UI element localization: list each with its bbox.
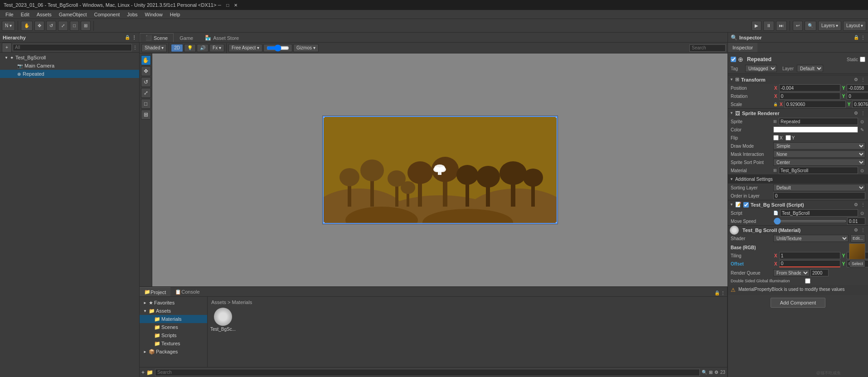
- create-icon[interactable]: +: [141, 369, 145, 376]
- play-button[interactable]: ▶: [752, 21, 761, 31]
- static-checkbox[interactable]: [860, 57, 865, 62]
- sprite-renderer-header[interactable]: ▼ 🖼 Sprite Renderer ⚙ ⋮: [728, 108, 868, 117]
- rect-tool-btn[interactable]: □: [141, 99, 151, 109]
- selection-handle-tr[interactable]: [556, 116, 558, 118]
- hierarchy-menu-icon[interactable]: ⋮: [132, 35, 136, 40]
- proj-packages[interactable]: ► 📦 Packages: [140, 348, 207, 356]
- shading-mode-dropdown[interactable]: Shaded ▾: [141, 44, 167, 52]
- 2d-toggle[interactable]: 2D: [171, 44, 183, 52]
- lighting-toggle[interactable]: 💡: [184, 44, 196, 52]
- proj-favorites[interactable]: ► ★ Favorites: [140, 299, 207, 307]
- additional-settings-header[interactable]: ▼ Additional Settings: [728, 174, 868, 184]
- script-value-input[interactable]: [780, 209, 858, 217]
- scale-x-input[interactable]: [785, 101, 846, 108]
- menu-gameobject[interactable]: GameObject: [55, 11, 91, 18]
- transform-settings-btn[interactable]: ⚙: [853, 77, 859, 83]
- render-queue-source-select[interactable]: From Shader: [773, 269, 810, 276]
- menu-component[interactable]: Component: [90, 11, 123, 18]
- hand-tool-btn[interactable]: ✋: [141, 55, 151, 65]
- proj-scenes[interactable]: 📁 Scenes: [140, 323, 207, 331]
- transform-tool-combined[interactable]: ⊞: [81, 21, 91, 31]
- proj-scripts[interactable]: 📁 Scripts: [140, 331, 207, 339]
- proj-assets[interactable]: ▼ 📁 Assets: [140, 307, 207, 315]
- inspector-menu-icon[interactable]: ⋮: [861, 35, 865, 40]
- project-menu-icon[interactable]: ⋮: [721, 290, 725, 295]
- project-lock-icon[interactable]: 🔒: [714, 290, 720, 295]
- layer-select[interactable]: Default: [797, 65, 823, 72]
- menu-edit[interactable]: Edit: [17, 11, 33, 18]
- menu-assets[interactable]: Assets: [33, 11, 55, 18]
- audio-toggle[interactable]: 🔊: [197, 44, 209, 52]
- rotation-x-input[interactable]: [779, 92, 840, 100]
- material-comp-settings-btn[interactable]: ⚙: [853, 227, 859, 233]
- effects-dropdown[interactable]: Fx ▾: [209, 44, 224, 52]
- color-swatch[interactable]: [773, 126, 858, 133]
- sprite-value-input[interactable]: [779, 118, 858, 125]
- aspect-dropdown[interactable]: Free Aspect ▾: [228, 44, 262, 52]
- object-active-checkbox[interactable]: [731, 57, 736, 62]
- gizmos-dropdown[interactable]: Gizmos ▾: [293, 44, 319, 52]
- rotate-tool-btn[interactable]: ↺: [141, 77, 151, 87]
- project-search-input[interactable]: [155, 369, 700, 376]
- search-btn[interactable]: 🔍: [805, 21, 816, 31]
- mask-interaction-select[interactable]: None: [773, 150, 865, 158]
- undo-history-btn[interactable]: ↩: [793, 21, 803, 31]
- transform-tool-move[interactable]: ✥: [34, 21, 44, 31]
- pivot-toggle[interactable]: N ▾: [2, 21, 15, 31]
- flip-y-checkbox[interactable]: [786, 135, 791, 140]
- minimize-button[interactable]: ─: [216, 2, 223, 8]
- tab-console[interactable]: 📋 Console: [170, 287, 204, 296]
- scene-viewport[interactable]: [152, 53, 727, 286]
- transform-comp-header[interactable]: ▼ ⊞ Transform ⚙ ⋮: [728, 75, 868, 84]
- step-button[interactable]: ⏭: [776, 21, 787, 31]
- tab-inspector[interactable]: Inspector: [728, 43, 757, 52]
- double-sided-gi-checkbox[interactable]: [805, 278, 810, 284]
- tab-game[interactable]: Game: [174, 33, 199, 42]
- move-tool-btn[interactable]: ✥: [141, 66, 151, 76]
- move-speed-slider[interactable]: [773, 220, 846, 222]
- tab-project[interactable]: 📁 Project: [140, 287, 170, 296]
- hierarchy-lock-icon[interactable]: 🔒: [125, 35, 130, 40]
- script-settings-btn[interactable]: ⚙: [853, 202, 859, 208]
- hierarchy-options-icon[interactable]: ⋮: [133, 45, 137, 50]
- transform-tool-rotate[interactable]: ↺: [46, 21, 56, 31]
- color-picker-btn[interactable]: ✎: [859, 126, 865, 133]
- selection-handle-bl[interactable]: [322, 222, 325, 224]
- transform-tool-btn[interactable]: ⊞: [141, 110, 151, 120]
- tab-scene[interactable]: ⬛ Scene: [140, 33, 174, 42]
- layout-dropdown[interactable]: Layout ▾: [843, 21, 866, 31]
- tab-asset-store[interactable]: 🏪 Asset Store: [199, 33, 245, 42]
- tag-select[interactable]: Untagged: [745, 65, 777, 72]
- material-comp-header[interactable]: Test_Bg Scroll (Material) ⚙ ⋮: [728, 225, 868, 234]
- move-speed-input[interactable]: [847, 218, 865, 225]
- sprite-select-btn[interactable]: ⊙: [859, 118, 865, 125]
- hierarchy-item-repeated[interactable]: ⊕ Repeated: [0, 70, 139, 78]
- selection-handle-br[interactable]: [556, 222, 558, 224]
- hierarchy-search-input[interactable]: [13, 44, 132, 51]
- folder-icon[interactable]: 📁: [146, 369, 153, 376]
- rotation-y-input[interactable]: [847, 92, 868, 100]
- script-select-btn[interactable]: ⊙: [859, 210, 865, 216]
- filter-icon[interactable]: ⊞: [709, 370, 713, 375]
- select-texture-btn[interactable]: Select: [849, 260, 865, 268]
- file-item-test-bgscroll[interactable]: Test_BgSc...: [209, 308, 237, 332]
- layers-dropdown[interactable]: Layers ▾: [818, 21, 841, 31]
- hierarchy-item-main-camera[interactable]: 📷 Main Camera: [0, 62, 139, 70]
- flip-x-checkbox[interactable]: [773, 135, 779, 140]
- scale-slider[interactable]: [267, 45, 289, 51]
- sprite-sort-point-select[interactable]: Center: [773, 159, 865, 166]
- script-enabled-checkbox[interactable]: [743, 202, 749, 208]
- scale-tool-btn[interactable]: ⤢: [141, 88, 151, 98]
- position-x-input[interactable]: [779, 84, 840, 92]
- add-component-btn[interactable]: Add Component: [771, 298, 826, 308]
- tiling-x-input[interactable]: [779, 252, 840, 259]
- offset-x-input[interactable]: [779, 260, 840, 267]
- shader-select[interactable]: Unlit/Texture: [773, 235, 849, 242]
- transform-overflow-btn[interactable]: ⋮: [860, 77, 866, 83]
- script-comp-header[interactable]: ▼ 📝 Test_Bg Scroll (Script) ⚙ ⋮: [728, 200, 868, 209]
- position-y-input[interactable]: [847, 84, 868, 92]
- search-icon[interactable]: 🔍: [702, 370, 707, 375]
- menu-help[interactable]: Help: [166, 11, 184, 18]
- sorting-layer-select[interactable]: Default: [773, 184, 865, 191]
- hierarchy-item-test-bgscroll[interactable]: ▼ ✦ Test_BgScroll: [0, 53, 139, 62]
